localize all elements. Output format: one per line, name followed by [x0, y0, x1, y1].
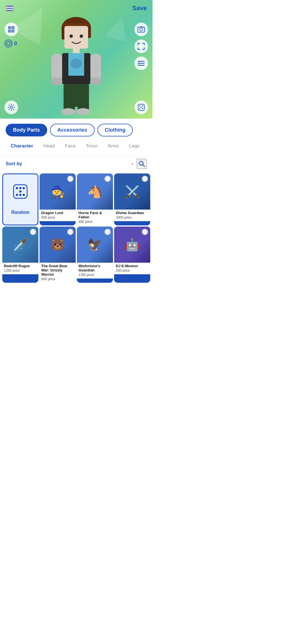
item-radio: [142, 176, 148, 182]
svg-point-7: [12, 31, 14, 32]
svg-point-30: [90, 77, 101, 85]
svg-point-51: [19, 187, 21, 189]
svg-point-35: [76, 108, 90, 115]
item-misfortune-label: Misfortune's Guardian: [77, 263, 113, 273]
item-divine-guardian-img: ⚔️: [114, 173, 150, 210]
svg-point-16: [138, 63, 140, 64]
horse-face-figure: 🐴: [88, 185, 102, 199]
main-tab-row: Body Parts Accessories Clothing: [6, 124, 147, 136]
svg-marker-8: [6, 41, 11, 46]
svg-line-44: [143, 165, 145, 167]
item-great-bear-label: The Great Bear War: Grizzly Warrior: [40, 263, 76, 277]
tab-clothing[interactable]: Clothing: [97, 124, 133, 136]
item-redcliff-rogue-price: 1250 price: [2, 269, 38, 274]
redcliff-figure: 🗡️: [13, 238, 28, 252]
svg-point-40: [139, 108, 140, 109]
svg-point-26: [71, 58, 82, 69]
robux-icon: [5, 40, 12, 47]
robux-count: 0: [14, 41, 17, 47]
settings-button[interactable]: [5, 101, 18, 114]
search-button[interactable]: [137, 159, 147, 169]
sort-bar: Sort by ›: [0, 156, 152, 171]
item-horse-face[interactable]: 🐴 Horse Face & Fallon 400 price: [77, 173, 113, 225]
item-dj-emosion-label: DJ E-Mosion: [114, 263, 150, 269]
svg-point-5: [12, 27, 14, 28]
item-random-label: Random: [3, 209, 38, 216]
left-controls: 0: [5, 23, 18, 47]
svg-point-4: [9, 27, 10, 28]
svg-point-48: [16, 194, 18, 196]
sub-tab-legs[interactable]: Legs: [124, 141, 145, 151]
item-misfortune[interactable]: 🦅 Misfortune's Guardian 1250 price: [77, 227, 113, 283]
list-button[interactable]: [134, 56, 148, 70]
eye-left: [69, 34, 73, 38]
item-redcliff-rogue[interactable]: 🗡️ Redcliff Rogue 1250 price: [2, 227, 38, 283]
avatar-selector-icon: [7, 25, 15, 33]
svg-point-52: [19, 194, 21, 196]
sub-tab-character[interactable]: Character: [6, 141, 38, 151]
item-random[interactable]: Random: [2, 173, 38, 225]
sub-tab-torso[interactable]: Torso: [81, 141, 103, 151]
svg-rect-22: [64, 26, 88, 49]
tab-accessories[interactable]: Accessories: [50, 124, 95, 136]
item-divine-guardian[interactable]: ⚔️ Divine Guardian 2000 price: [114, 173, 150, 225]
item-radio: [30, 229, 36, 235]
avatar-figure: [45, 11, 107, 119]
search-icon: [138, 160, 145, 167]
item-radio: [67, 176, 73, 182]
item-dragon-lord-label: Dragon Lord: [40, 210, 76, 216]
screenshot-button[interactable]: [134, 23, 148, 36]
svg-point-42: [141, 107, 142, 108]
screenshot-icon: [138, 26, 145, 32]
list-icon: [138, 60, 145, 66]
right-controls: [134, 23, 148, 70]
item-great-bear-img: 🐻: [40, 227, 76, 263]
settings-icon: [8, 104, 15, 111]
svg-point-47: [23, 187, 25, 189]
svg-point-49: [23, 194, 25, 196]
item-radio: [104, 229, 111, 235]
item-dj-emosion-img: 🤖: [114, 227, 150, 263]
random-dice-icon: [12, 184, 28, 199]
svg-point-17: [138, 65, 140, 66]
svg-rect-27: [51, 54, 62, 80]
item-great-bear[interactable]: 🐻 The Great Bear War: Grizzly Warrior 60…: [40, 227, 76, 283]
sub-tab-arms[interactable]: Arms: [103, 141, 124, 151]
svg-rect-32: [64, 87, 75, 111]
svg-point-15: [138, 61, 140, 62]
expand-icon: [138, 43, 145, 50]
sub-tab-row: Character Head Face Torso Arms Legs: [6, 141, 147, 151]
menu-button[interactable]: [6, 5, 14, 11]
item-divine-guardian-price: 2000 price: [114, 216, 150, 221]
item-random-img: [3, 174, 38, 209]
item-horse-face-label: Horse Face & Fallon: [77, 210, 113, 220]
avatar-selector-button[interactable]: [5, 23, 18, 36]
tabs-section: Body Parts Accessories Clothing Characte…: [0, 119, 152, 156]
tab-body-parts[interactable]: Body Parts: [6, 124, 47, 136]
misfortune-figure: 🦅: [88, 238, 102, 252]
avatar-section: Save 0: [0, 0, 152, 119]
svg-point-41: [142, 108, 143, 109]
expand-button[interactable]: [134, 40, 148, 53]
sub-tab-head[interactable]: Head: [38, 141, 60, 151]
robux-balance: 0: [5, 40, 18, 47]
item-radio: [142, 229, 148, 235]
item-great-bear-price: 600 price: [40, 277, 76, 283]
dice-icon: [138, 104, 145, 111]
item-redcliff-rogue-img: 🗡️: [2, 227, 38, 263]
item-dj-emosion-price: 250 price: [114, 269, 150, 274]
svg-point-6: [9, 31, 10, 32]
item-radio: [67, 229, 73, 235]
item-horse-face-img: 🐴: [77, 173, 113, 210]
item-dragon-lord[interactable]: 🧙 Dragon Lord 500 price: [40, 173, 76, 225]
item-dj-emosion[interactable]: 🤖 DJ E-Mosion 250 price: [114, 227, 150, 283]
items-grid: Random 🧙 Dragon Lord 500 price 🐴 Horse F…: [0, 171, 152, 285]
item-dragon-lord-img: 🧙: [40, 173, 76, 210]
sub-tab-face[interactable]: Face: [60, 141, 81, 151]
svg-rect-29: [90, 54, 101, 80]
randomize-button[interactable]: [134, 101, 148, 114]
svg-marker-9: [7, 42, 10, 45]
item-horse-face-price: 400 price: [77, 220, 113, 225]
save-button[interactable]: Save: [132, 5, 147, 12]
item-misfortune-price: 1250 price: [77, 273, 113, 279]
